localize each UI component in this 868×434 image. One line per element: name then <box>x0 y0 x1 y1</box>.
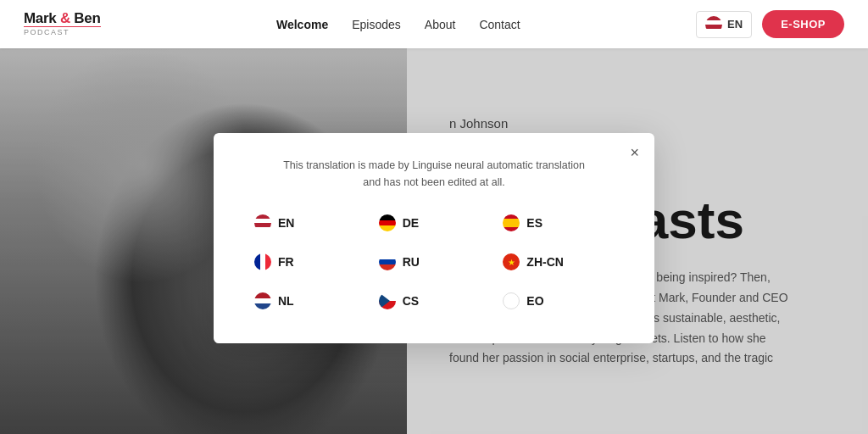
lang-option-de[interactable]: DE <box>372 211 497 235</box>
lang-label-fr: FR <box>278 255 294 269</box>
main-nav: Welcome Episodes About Contact <box>276 18 520 31</box>
modal-close-button[interactable]: × <box>630 145 639 160</box>
lang-option-es[interactable]: ES <box>496 211 620 235</box>
nav-episodes[interactable]: Episodes <box>352 18 401 31</box>
current-lang-label: EN <box>727 18 743 31</box>
language-modal: × This translation is made by Linguise n… <box>214 133 654 343</box>
language-selector[interactable]: EN <box>696 11 752 38</box>
site-header: Mark & Ben Podcast Welcome Episodes Abou… <box>0 0 868 48</box>
lang-option-fr[interactable]: FR <box>248 250 372 274</box>
logo-subtitle: Podcast <box>24 26 101 37</box>
nav-about[interactable]: About <box>425 18 456 31</box>
flag-nl <box>254 292 271 309</box>
lang-label-eo: EO <box>526 294 543 308</box>
header-right: EN E-SHOP <box>696 10 844 38</box>
flag-eo <box>503 292 520 309</box>
flag-es <box>503 214 520 231</box>
flag-ru <box>379 253 396 270</box>
flag-cs <box>379 292 396 309</box>
lang-label-cs: CS <box>403 294 419 308</box>
modal-note: This translation is made by Linguise neu… <box>273 157 595 191</box>
lang-label-zh-cn: ZH-CN <box>526 255 564 269</box>
flag-de <box>379 214 396 231</box>
flag-en <box>254 214 271 231</box>
modal-overlay[interactable]: × This translation is made by Linguise n… <box>0 48 868 434</box>
logo[interactable]: Mark & Ben Podcast <box>24 11 101 38</box>
lang-label-de: DE <box>403 216 419 230</box>
nav-contact[interactable]: Contact <box>479 18 520 31</box>
lang-option-zh-cn[interactable]: ZH-CN <box>496 250 620 274</box>
lang-option-en[interactable]: EN <box>248 211 372 235</box>
lang-option-ru[interactable]: RU <box>372 250 497 274</box>
lang-label-en: EN <box>278 216 294 230</box>
lang-label-nl: NL <box>278 294 294 308</box>
lang-option-cs[interactable]: CS <box>372 289 497 313</box>
flag-zh-cn <box>503 253 520 270</box>
lang-label-es: ES <box>526 216 542 230</box>
nav-welcome[interactable]: Welcome <box>276 18 328 31</box>
flag-fr <box>254 253 271 270</box>
lang-label-ru: RU <box>403 255 420 269</box>
logo-text: Mark & Ben <box>24 11 101 27</box>
current-lang-flag <box>705 16 722 33</box>
lang-option-nl[interactable]: NL <box>248 289 372 313</box>
language-grid: EN DE ES FR RU ZH-CN <box>248 211 620 313</box>
lang-option-eo[interactable]: EO <box>496 289 620 313</box>
eshop-button[interactable]: E-SHOP <box>762 10 844 38</box>
